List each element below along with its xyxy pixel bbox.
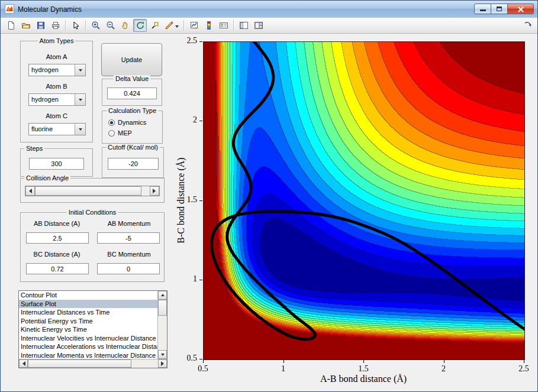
scroll-down-button[interactable] xyxy=(158,350,167,359)
print-figure-button[interactable] xyxy=(49,19,62,32)
atom-a-dropdown-button[interactable] xyxy=(75,64,85,76)
brush-button[interactable] xyxy=(163,19,181,32)
edit-plot-icon xyxy=(71,21,80,30)
list-item[interactable]: Internuclear Accelerations vs Internucle… xyxy=(19,342,157,351)
dynamics-radio[interactable]: Dynamics xyxy=(108,119,146,126)
link-plot-icon xyxy=(189,21,199,30)
insert-colorbar-button[interactable] xyxy=(202,19,215,32)
dock-figure-button[interactable] xyxy=(521,19,534,32)
contour-plot-canvas[interactable] xyxy=(203,41,525,360)
atom-b-value: hydrogen xyxy=(31,96,59,103)
collision-angle-slider[interactable] xyxy=(25,186,160,196)
zoom-in-icon xyxy=(91,21,101,30)
brush-icon xyxy=(165,21,174,30)
list-item[interactable]: Contour Plot xyxy=(19,291,157,300)
listbox-vertical-scrollbar[interactable] xyxy=(157,291,167,359)
y-tick-mark xyxy=(199,200,202,201)
ab-distance-label: AB Distance (A) xyxy=(21,220,93,227)
scroll-right-button[interactable] xyxy=(158,359,167,368)
y-tick-mark xyxy=(199,280,202,280)
cutoff-field[interactable] xyxy=(108,158,159,170)
minimize-button[interactable] xyxy=(474,4,491,14)
atom-b-dropdown-button[interactable] xyxy=(75,94,85,105)
chevron-down-icon xyxy=(79,99,82,103)
toolbar-separator xyxy=(233,20,234,31)
edit-plot-button[interactable] xyxy=(69,19,82,32)
initial-conditions-title: Initial Conditions xyxy=(67,209,118,216)
list-item[interactable]: Surface Plot xyxy=(19,300,157,309)
list-item[interactable]: Internuclear Momenta vs Internuclear Dis… xyxy=(19,351,157,359)
insert-legend-button[interactable] xyxy=(217,19,230,32)
atom-types-groupbox: Atom Types Atom A hydrogen Atom B hydrog… xyxy=(20,41,93,142)
listbox-horizontal-scrollbar[interactable] xyxy=(19,359,167,368)
toolbar-separator xyxy=(183,20,184,31)
y-tick-label: 1.5 xyxy=(177,195,197,205)
zoom-out-button[interactable] xyxy=(104,19,117,32)
x-tick-mark xyxy=(444,360,444,363)
atom-b-label: Atom B xyxy=(21,83,92,90)
bc-distance-label: BC Distance (A) xyxy=(21,251,93,258)
window-title: Molecular Dynamics xyxy=(18,5,82,14)
steps-title: Steps xyxy=(24,145,44,152)
x-tick-label: 1.5 xyxy=(352,364,375,374)
show-plot-tools-button[interactable] xyxy=(252,19,265,32)
list-item[interactable]: Internuclear Distances vs Time xyxy=(19,308,157,317)
save-figure-button[interactable] xyxy=(34,19,47,32)
atom-c-dropdown-button[interactable] xyxy=(75,124,85,135)
maximize-button[interactable] xyxy=(491,4,508,14)
bc-momentum-field[interactable] xyxy=(97,263,160,274)
x-tick-label: 2 xyxy=(432,364,456,374)
slider-left-arrow[interactable] xyxy=(25,186,35,196)
radio-selected-icon xyxy=(108,119,115,126)
cutoff-title: Cutoff (Kcal/ mol) xyxy=(106,144,160,151)
arrow-right-icon xyxy=(161,361,166,366)
mep-radio[interactable]: MEP xyxy=(108,129,132,137)
delta-value-groupbox: Delta Value xyxy=(102,79,162,106)
atom-c-dropdown[interactable]: fluorine xyxy=(28,123,86,135)
insert-colorbar-icon xyxy=(204,21,214,30)
arrow-left-icon xyxy=(27,189,32,193)
rotate-3d-button[interactable] xyxy=(133,19,147,32)
initial-conditions-groupbox: Initial Conditions AB Distance (A) AB Mo… xyxy=(20,212,165,282)
update-button-label: Update xyxy=(121,56,142,63)
atom-a-dropdown[interactable]: hydrogen xyxy=(28,64,86,76)
atom-b-dropdown[interactable]: hydrogen xyxy=(28,93,86,106)
slider-right-arrow[interactable] xyxy=(150,186,159,196)
delta-value-field[interactable] xyxy=(107,88,157,99)
open-file-button[interactable] xyxy=(19,19,33,32)
list-item[interactable]: Potential Energy vs Time xyxy=(19,317,157,326)
y-tick-label: 2.5 xyxy=(177,36,197,46)
atom-a-label: Atom A xyxy=(21,53,92,60)
y-tick-label: 2 xyxy=(177,115,197,125)
link-plot-button[interactable] xyxy=(187,19,201,32)
update-button[interactable]: Update xyxy=(101,43,162,76)
arrow-left-icon xyxy=(20,361,25,366)
ab-distance-field[interactable] xyxy=(26,232,89,244)
zoom-in-button[interactable] xyxy=(89,19,102,32)
slider-thumb[interactable] xyxy=(35,186,141,196)
scroll-up-button[interactable] xyxy=(158,291,167,300)
pan-button[interactable] xyxy=(118,19,132,32)
scroll-left-button[interactable] xyxy=(19,359,28,368)
radio-unselected-icon xyxy=(108,130,115,137)
steps-groupbox: Steps xyxy=(20,148,93,177)
calculation-type-title: Calculation Type xyxy=(107,107,158,114)
titlebar[interactable]: Molecular Dynamics xyxy=(1,1,537,18)
cutoff-groupbox: Cutoff (Kcal/ mol) xyxy=(102,147,164,178)
steps-field[interactable] xyxy=(29,158,84,170)
y-tick-mark xyxy=(199,359,202,359)
data-cursor-button[interactable] xyxy=(148,19,162,32)
plot-type-listbox[interactable]: Contour PlotSurface PlotInternuclear Dis… xyxy=(18,290,167,368)
list-item[interactable]: Kinetic Energy vs Time xyxy=(19,325,157,334)
bc-distance-field[interactable] xyxy=(26,263,89,274)
hide-plot-tools-button[interactable] xyxy=(237,19,250,32)
horizontal-scroll-thumb[interactable] xyxy=(28,359,131,368)
calculation-type-groupbox: Calculation Type Dynamics MEP xyxy=(102,111,163,144)
close-button[interactable] xyxy=(508,4,534,14)
vertical-scroll-thumb[interactable] xyxy=(158,300,167,316)
toolbar-separator xyxy=(65,20,66,31)
list-item[interactable]: Internuclear Velocities vs Internuclear … xyxy=(19,334,157,343)
x-tick-mark xyxy=(203,360,204,363)
new-figure-button[interactable] xyxy=(4,19,18,32)
ab-momentum-field[interactable] xyxy=(97,232,160,244)
